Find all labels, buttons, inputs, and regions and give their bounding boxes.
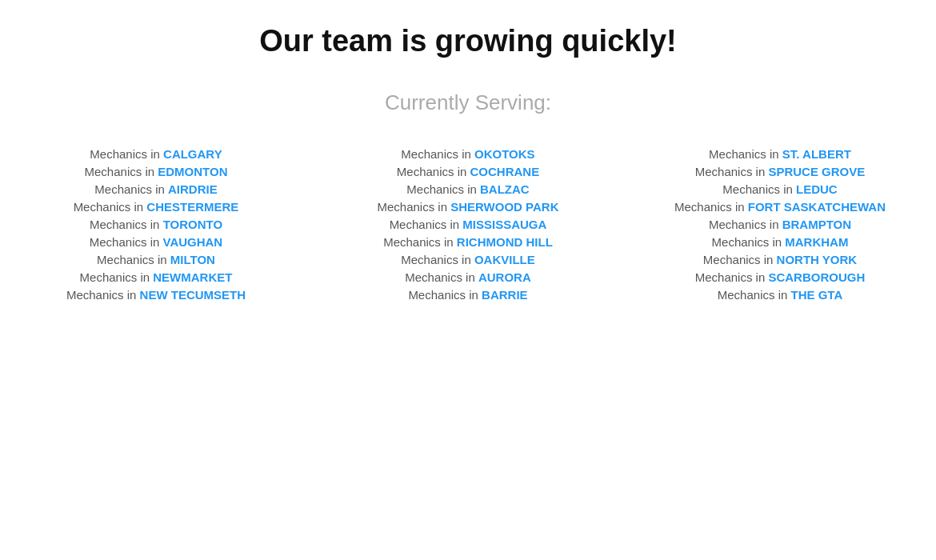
city-item: Mechanics in NEW TECUMSETH [63, 283, 249, 306]
city-name: BALZAC [480, 182, 530, 196]
city-column-3: Mechanics in ST. ALBERTMechanics in SPRU… [624, 147, 936, 302]
city-link-the-gta[interactable]: Mechanics in THE GTA [714, 288, 846, 302]
city-name: MILTON [170, 253, 215, 266]
city-name: CALGARY [163, 147, 222, 161]
city-name: NEW TECUMSETH [140, 288, 246, 302]
city-name: MISSISSAUGA [462, 218, 546, 231]
city-name: BRAMPTON [782, 218, 851, 231]
city-name: BARRIE [482, 288, 528, 302]
city-name: COCHRANE [470, 165, 540, 178]
page-wrapper: Our team is growing quickly! Currently S… [0, 0, 936, 560]
city-column-2: Mechanics in OKOTOKSMechanics in COCHRAN… [312, 147, 624, 302]
city-name: LEDUC [796, 182, 838, 196]
city-name: THE GTA [791, 288, 843, 302]
city-name: OKOTOKS [474, 147, 535, 161]
city-name: EDMONTON [158, 165, 227, 178]
city-name: VAUGHAN [162, 235, 222, 249]
city-link-new-tecumseth[interactable]: Mechanics in NEW TECUMSETH [63, 288, 249, 302]
city-name: NORTH YORK [777, 253, 858, 266]
city-name: OAKVILLE [474, 253, 535, 266]
currently-serving-subtitle: Currently Serving: [0, 90, 936, 115]
city-name: AIRDRIE [168, 182, 218, 196]
city-column-1: Mechanics in CALGARYMechanics in EDMONTO… [0, 147, 312, 302]
city-link-barrie[interactable]: Mechanics in BARRIE [405, 288, 530, 302]
city-name: FORT SASKATCHEWAN [748, 200, 886, 214]
cities-grid: Mechanics in CALGARYMechanics in EDMONTO… [0, 147, 936, 302]
city-item: Mechanics in BARRIE [405, 283, 530, 306]
city-name: MARKHAM [785, 235, 848, 249]
city-name: NEWMARKET [153, 270, 232, 284]
city-name: AURORA [478, 270, 531, 284]
city-name: TORONTO [163, 218, 222, 231]
city-name: SPRUCE GROVE [768, 165, 865, 178]
city-name: SHERWOOD PARK [450, 200, 558, 214]
city-item: Mechanics in THE GTA [714, 283, 846, 306]
city-name: CHESTERMERE [146, 200, 238, 214]
city-name: RICHMOND HILL [457, 235, 553, 249]
page-heading: Our team is growing quickly! [0, 24, 936, 58]
city-name: SCARBOROUGH [768, 270, 865, 284]
city-name: ST. ALBERT [782, 147, 851, 161]
